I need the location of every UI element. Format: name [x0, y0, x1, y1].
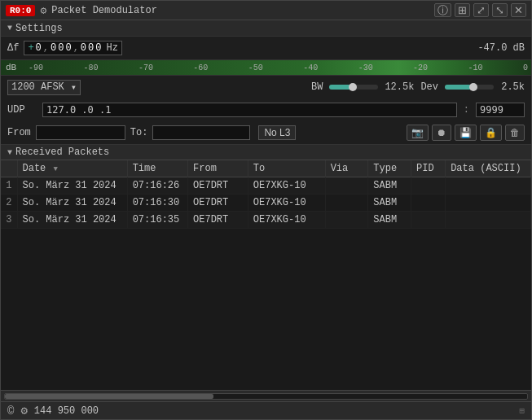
cell-time: 07:16:26 [127, 177, 187, 195]
col-header-to[interactable]: To [248, 160, 325, 177]
cell-date: So. März 31 2024 [17, 212, 127, 229]
r00-badge: R0:0 [6, 5, 35, 16]
port-separator: : [464, 104, 469, 116]
copyright-icon[interactable]: © [7, 405, 14, 418]
cell-from: OE7DRT [188, 212, 248, 229]
df-comma-1: , [43, 42, 49, 54]
df-label: Δf [7, 42, 19, 54]
udp-port-input[interactable] [476, 103, 525, 117]
from-label: From [7, 127, 31, 138]
table-header: Date ▼ Time From To Via Type PID Data (A… [1, 160, 531, 177]
col-header-num [1, 160, 17, 177]
dev-slider-track[interactable] [445, 85, 494, 90]
title-bar-controls: ⓘ ⊞ ⤢ ⤡ ✕ [434, 3, 526, 17]
cell-pid [411, 177, 446, 195]
resize1-button[interactable]: ⤢ [473, 3, 489, 17]
cell-via [325, 195, 368, 212]
cell-time: 07:16:30 [127, 195, 187, 212]
settings-label: Settings [15, 23, 63, 34]
df-digit-1: 0 [51, 42, 56, 54]
bw-label: BW [311, 81, 323, 93]
dev-slider-thumb[interactable] [469, 83, 477, 91]
cell-from: OE7DRT [188, 177, 248, 195]
df-plus: + [28, 42, 33, 54]
col-header-time[interactable]: Time [127, 160, 187, 177]
settings-icon[interactable]: ⚙ [20, 404, 27, 418]
col-header-type[interactable]: Type [368, 160, 411, 177]
df-unit: Hz [106, 42, 117, 54]
cell-data [446, 177, 531, 195]
gear-icon: ⚙ [40, 4, 46, 17]
app-window: R0:0 ⚙ Packet Demodulator ⓘ ⊞ ⤢ ⤡ ✕ ▼ Se… [0, 0, 532, 420]
df-row: Δf + 0 , 0 0 0 , 0 0 0 Hz -47.0 dB [1, 37, 531, 59]
df-digit-3: 0 [65, 42, 71, 54]
udp-row: UDP : [1, 98, 531, 121]
corner-indicator: ⊞ [519, 405, 525, 416]
bw-slider-container [329, 85, 378, 90]
df-value-group[interactable]: + 0 , 0 0 0 , 0 0 0 Hz [24, 41, 121, 55]
dev-value: 2.5k [500, 81, 525, 93]
table-row[interactable]: 2 So. März 31 2024 07:16:30 OE7DRT OE7XK… [1, 195, 531, 212]
bw-slider-thumb[interactable] [349, 83, 357, 91]
cell-pid [411, 212, 446, 229]
cell-type: SABM [368, 212, 411, 229]
packets-table-container[interactable]: Date ▼ Time From To Via Type PID Data (A… [1, 160, 531, 390]
record-button[interactable]: ⏺ [432, 125, 451, 141]
window-title: Packet Demodulator [51, 5, 157, 16]
resize2-button[interactable]: ⤡ [492, 3, 508, 17]
status-bar: © ⚙ 144 950 000 ⊞ [1, 401, 531, 419]
bw-slider-track[interactable] [329, 85, 378, 90]
cell-date: So. März 31 2024 [17, 195, 127, 212]
bw-slider-fill [329, 85, 351, 90]
info-button[interactable]: ⓘ [434, 3, 451, 17]
scroll-track[interactable] [4, 393, 528, 400]
bottom-scrollbar[interactable] [1, 390, 531, 401]
to-label: To: [130, 127, 148, 138]
col-header-via[interactable]: Via [325, 160, 368, 177]
to-input[interactable] [152, 125, 250, 140]
collapse-icon[interactable]: ▼ [7, 24, 12, 33]
cell-num: 3 [1, 212, 17, 229]
packets-table: Date ▼ Time From To Via Type PID Data (A… [1, 160, 531, 229]
col-header-data[interactable]: Data (ASCII) [446, 160, 531, 177]
settings-header: ▼ Settings [1, 20, 531, 37]
packets-header: ▼ Received Packets [1, 144, 531, 160]
packets-collapse-icon[interactable]: ▼ [7, 148, 12, 157]
udp-label: UDP [7, 104, 36, 116]
df-digit-2: 0 [58, 42, 64, 54]
modulation-row: 1200 AFSK ▾ BW 12.5k Dev 2.5k [1, 76, 531, 98]
bw-value: 12.5k [385, 81, 414, 93]
df-db-value: -47.0 dB [477, 42, 525, 54]
save-button[interactable]: 💾 [455, 125, 477, 141]
screenshot-button[interactable]: 📷 [407, 125, 429, 141]
table-row[interactable]: 1 So. März 31 2024 07:16:26 OE7DRT OE7XK… [1, 177, 531, 195]
col-header-from[interactable]: From [188, 160, 248, 177]
from-input[interactable] [36, 125, 125, 140]
col-header-pid[interactable]: PID [411, 160, 446, 177]
cell-type: SABM [368, 177, 411, 195]
close-button[interactable]: ✕ [511, 3, 526, 17]
table-row[interactable]: 3 So. März 31 2024 07:16:35 OE7DRT OE7XK… [1, 212, 531, 229]
cell-type: SABM [368, 195, 411, 212]
cell-data [446, 212, 531, 229]
df-digit-4: 0 [81, 42, 86, 54]
cell-num: 1 [1, 177, 17, 195]
cell-via [325, 212, 368, 229]
dev-slider-fill [445, 85, 472, 90]
expand-button[interactable]: ⊞ [455, 3, 470, 17]
scroll-thumb[interactable] [5, 394, 213, 399]
title-bar-left: R0:0 ⚙ Packet Demodulator [6, 4, 434, 17]
modulation-select[interactable]: 1200 AFSK ▾ [7, 80, 81, 95]
udp-host-input[interactable] [42, 103, 457, 117]
delete-button[interactable]: 🗑 [505, 125, 525, 141]
modulation-arrow: ▾ [71, 81, 77, 94]
col-header-date[interactable]: Date ▼ [17, 160, 127, 177]
lock-button[interactable]: 🔒 [480, 125, 502, 141]
df-digit-0: 0 [36, 42, 42, 54]
df-comma-2: , [73, 42, 79, 54]
cell-to: OE7XKG-10 [248, 212, 325, 229]
modulation-value: 1200 AFSK [11, 81, 64, 93]
scale-bar: dB -90 -80 -70 -60 -50 -40 -30 -20 -10 0 [1, 59, 531, 76]
no-l3-button[interactable]: No L3 [258, 125, 296, 140]
cell-data [446, 195, 531, 212]
